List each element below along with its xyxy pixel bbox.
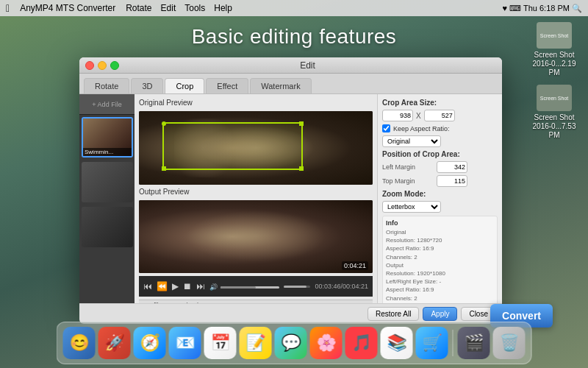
stop-button[interactable]: ⏹ [183, 281, 192, 291]
tab-effect[interactable]: Effect [206, 78, 248, 93]
minimize-button[interactable] [98, 61, 107, 70]
desktop-icon-thumb-2: Screen Shot [537, 85, 572, 111]
desktop-icon-label-1: Screen Shot2016-0...2.19 PM [528, 51, 581, 77]
info-original-channels: Channels: 2 [386, 253, 494, 261]
close-button[interactable] [85, 61, 94, 70]
preview-area: Original Preview Output Preview [135, 94, 377, 315]
keep-aspect-checkbox[interactable] [382, 124, 390, 132]
volume-fill [220, 286, 256, 289]
menu-edit[interactable]: Edit [161, 3, 176, 13]
tab-crop[interactable]: Crop [165, 78, 204, 93]
desktop-icon-thumb-1: Screen Shot [537, 22, 572, 49]
crop-height-input[interactable] [424, 110, 455, 121]
dock-icon-mail[interactable]: 📧 [169, 327, 201, 359]
title-area: Basic editing features [0, 16, 588, 57]
tab-rotate[interactable]: Rotate [84, 78, 129, 93]
traffic-lights [85, 61, 119, 70]
keep-aspect-row: Keep Aspect Ratio: [382, 124, 498, 132]
sidebar-item-0[interactable]: Swimmin... [82, 117, 133, 158]
dock-icon-finder[interactable]: 😊 [63, 327, 96, 359]
progress-bar[interactable] [284, 286, 310, 288]
volume-slider[interactable] [220, 286, 279, 289]
info-output-aspect: Aspect Ratio: 16:9 [386, 286, 494, 294]
video-controls: ⏮ ⏪ ▶ ⏹ ⏭ 🔊 00:03:46/00:04:21 [139, 276, 373, 297]
output-preview-label: Output Preview [139, 188, 373, 197]
sidebar-thumb-1 [82, 162, 133, 202]
info-output-res: Resolution: 1920*1080 [386, 269, 494, 277]
apple-menu[interactable]:  [6, 2, 10, 14]
apply-button[interactable]: Apply [423, 307, 457, 321]
info-original-aspect: Aspect Ratio: 16:9 [386, 244, 494, 252]
add-file-button[interactable]: + Add File [79, 94, 135, 115]
dialog-bottom-buttons: Restore All Apply Close [79, 303, 502, 324]
output-video-frame [139, 200, 373, 274]
skip-forward-button[interactable]: ⏭ [196, 281, 205, 291]
crop-corner-tr[interactable] [299, 121, 304, 126]
step-back-button[interactable]: ⏪ [157, 281, 168, 291]
original-preview-label: Original Preview [139, 99, 373, 108]
menu-tools[interactable]: Tools [184, 3, 205, 13]
time-display: 00:03:46/00:04:21 [315, 283, 368, 290]
output-preview: 0:04:21 [139, 200, 373, 274]
zoom-title: Zoom Mode: [382, 190, 498, 198]
menu-file[interactable]: Rotate [126, 3, 151, 13]
sidebar-item-1[interactable] [82, 162, 133, 202]
zoom-section: Zoom Mode: Letterbox Pan & Scan Full [382, 190, 498, 213]
play-button[interactable]: ▶ [172, 281, 179, 291]
crop-corner-bl[interactable] [162, 166, 166, 171]
tab-watermark[interactable]: Watermark [250, 78, 311, 93]
aspect-dropdown-row: Original 16:9 4:3 [382, 135, 498, 147]
menubar-right: ♥ ⌨ Thu 6:18 PM 🔍 [503, 4, 582, 13]
maximize-button[interactable] [110, 61, 119, 70]
dock-icon-music[interactable]: 🎵 [345, 327, 378, 359]
dock: 😊 🚀 🧭 📧 📅 📝 💬 🌸 🎵 📚 🛒 🎬 🗑️ [57, 322, 532, 364]
sidebar-thumb-2 [82, 207, 133, 247]
tab-bar: Rotate 3D Crop Effect Watermark [79, 74, 502, 94]
desktop-icon-1[interactable]: Screen Shot Screen Shot2016-0...2.19 PM [528, 22, 581, 77]
dock-icon-calendar[interactable]: 📅 [204, 327, 237, 359]
dock-trash[interactable]: 🗑️ [493, 327, 526, 359]
zoom-dropdown[interactable]: Letterbox Pan & Scan Full [382, 201, 441, 213]
dock-icon-launchpad[interactable]: 🚀 [98, 327, 131, 359]
position-title: Position of Crop Area: [382, 150, 498, 158]
keep-aspect-label: Keep Aspect Ratio: [393, 125, 450, 132]
dock-icon-notes[interactable]: 📝 [240, 327, 272, 359]
crop-corner-br[interactable] [299, 166, 304, 171]
desktop-icon-2[interactable]: Screen Shot Screen Shot2016-0...7.53 PM [528, 85, 581, 140]
system-icons: ♥ ⌨ Thu 6:18 PM 🔍 [503, 4, 582, 13]
desktop-icon-label-2: Screen Shot2016-0...7.53 PM [528, 113, 581, 140]
dock-icon-anymp4[interactable]: 🎬 [458, 327, 490, 359]
dock-separator [453, 330, 453, 356]
app-window: Edit Rotate 3D Crop Effect Watermark + A… [79, 57, 502, 315]
info-output-label: Output [386, 261, 494, 269]
info-box: Info Original Resolution: 1280*720 Aspec… [382, 216, 498, 306]
crop-width-input[interactable] [382, 110, 413, 121]
window-title: Edit [119, 60, 496, 71]
crop-overlay[interactable] [162, 122, 303, 170]
info-output-eye: Left/Right Eye Size: - [386, 277, 494, 286]
dock-icon-books[interactable]: 📚 [381, 327, 413, 359]
info-original-label: Original [386, 228, 494, 236]
restore-all-button[interactable]: Restore All [368, 307, 419, 321]
volume-icon: 🔊 [209, 283, 218, 291]
page-title: Basic editing features [192, 25, 397, 49]
top-margin-input[interactable] [437, 175, 467, 187]
tab-3d[interactable]: 3D [131, 78, 163, 93]
app-name[interactable]: AnyMP4 MTS Converter [20, 3, 115, 13]
skip-back-button[interactable]: ⏮ [143, 281, 152, 291]
crop-corner-tl[interactable] [162, 121, 166, 126]
dock-icon-photos[interactable]: 🌸 [310, 327, 343, 359]
left-margin-input[interactable] [437, 161, 467, 173]
dock-icon-safari[interactable]: 🧭 [134, 327, 166, 359]
dock-icon-messages[interactable]: 💬 [275, 327, 307, 359]
crop-size-title: Crop Area Size: [382, 99, 498, 107]
app-titlebar: Edit [79, 57, 502, 74]
info-output-channels: Channels: 2 [386, 294, 494, 302]
aspect-dropdown[interactable]: Original 16:9 4:3 [382, 135, 441, 147]
volume-slider-container: 🔊 [209, 283, 279, 291]
original-preview [139, 111, 373, 185]
menu-help[interactable]: Help [214, 3, 232, 13]
sidebar-item-2[interactable] [82, 207, 133, 247]
top-margin-label: Top Margin [382, 177, 434, 185]
dock-icon-appstore[interactable]: 🛒 [416, 327, 448, 359]
